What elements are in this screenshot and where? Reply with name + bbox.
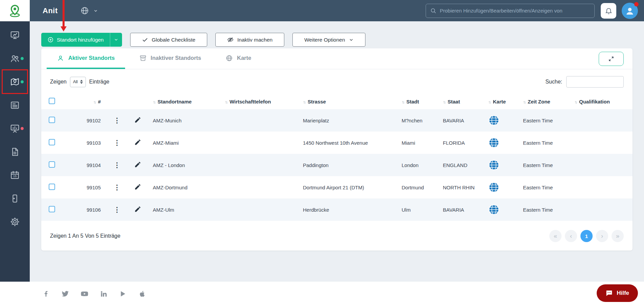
expand-button[interactable] (599, 52, 624, 66)
performance-status-dot (21, 127, 24, 130)
row-menu-button[interactable]: ⋮ (112, 138, 122, 147)
edit-icon[interactable] (134, 183, 141, 190)
linkedin-icon[interactable] (100, 290, 108, 298)
language-selector[interactable] (80, 6, 98, 15)
dashboard-icon (10, 30, 20, 40)
edit-icon[interactable] (134, 161, 141, 168)
sort-icon[interactable]: ↑↓ (153, 100, 155, 104)
global-search[interactable] (426, 4, 595, 18)
sort-icon[interactable]: ↑↓ (488, 100, 490, 104)
cell-city: Dortmund (399, 176, 440, 198)
global-search-input[interactable] (440, 8, 590, 14)
app-logo[interactable] (0, 0, 30, 21)
brand-title: Anit (43, 6, 58, 15)
youtube-icon[interactable] (80, 290, 89, 298)
sidebar-item-dashboard[interactable] (0, 23, 30, 47)
row-checkbox[interactable] (49, 139, 55, 145)
add-location-dropdown-button[interactable] (110, 33, 122, 47)
toolbar: Standort hinzufügen Globale Checkliste I… (41, 33, 633, 47)
sort-icon[interactable]: ↑↓ (93, 100, 95, 104)
row-checkbox[interactable] (49, 184, 55, 190)
sidebar-item-settings[interactable] (0, 210, 30, 233)
header-timezone[interactable]: Zeit Zone (528, 99, 550, 104)
global-checklist-button[interactable]: Globale Checkliste (130, 33, 207, 47)
entries-info: Zeigen 1 An 5 Von 5 Einträge (50, 233, 120, 239)
google-play-icon[interactable] (119, 290, 127, 298)
cell-id: 99103 (70, 132, 109, 154)
notifications-button[interactable] (601, 3, 616, 19)
twitter-icon[interactable] (61, 290, 69, 298)
search-label: Suche: (545, 79, 562, 85)
sidebar-item-users[interactable] (0, 47, 30, 70)
row-checkbox[interactable] (49, 161, 55, 168)
sort-icon[interactable]: ↑↓ (303, 100, 305, 104)
add-location-button[interactable]: Standort hinzufügen (41, 33, 122, 47)
header-name[interactable]: Standortname (158, 99, 192, 104)
tab-inactive-locations[interactable]: Inaktiver Standorts (129, 48, 211, 69)
table-controls: Zeigen All Einträge Suche: (41, 69, 633, 92)
header-state[interactable]: Staat (448, 99, 460, 104)
map-globe-icon[interactable] (488, 137, 500, 148)
page-size-select[interactable]: All (70, 77, 86, 87)
row-menu-button[interactable]: ⋮ (112, 205, 122, 214)
map-globe-icon[interactable] (488, 115, 500, 126)
sort-icon[interactable]: ↑↓ (443, 100, 445, 104)
header-street[interactable]: Strasse (308, 99, 326, 104)
locations-table: ↑↓# ↑↓Standortname ↑↓Wirtschafttelefon ↑… (41, 92, 633, 221)
help-button[interactable]: Hilfe (597, 284, 638, 302)
make-inactive-button[interactable]: Inaktiv machen (215, 33, 284, 47)
header-qualification[interactable]: Qualifikation (579, 99, 610, 104)
edit-icon[interactable] (134, 206, 141, 213)
pagination-first-button[interactable]: « (549, 230, 562, 242)
tab-map[interactable]: Karte (215, 48, 261, 69)
table-search-input[interactable] (566, 76, 624, 88)
header-phone[interactable]: Wirtschafttelefon (230, 99, 271, 104)
sort-icon[interactable]: ↑↓ (225, 100, 227, 104)
map-globe-icon[interactable] (488, 159, 500, 171)
pagination-page-1[interactable]: 1 (580, 230, 593, 242)
cell-state: ENGLAND (440, 154, 485, 176)
table-row: 99102 ⋮ AMZ-Munich Marienplatz M?nchen B… (41, 109, 633, 132)
edit-icon[interactable] (134, 116, 141, 123)
user-avatar[interactable] (622, 3, 638, 19)
tab-active-locations[interactable]: Aktiver Standorts (47, 48, 125, 69)
sidebar-item-news[interactable] (0, 93, 30, 117)
row-checkbox[interactable] (49, 117, 55, 123)
row-menu-button[interactable]: ⋮ (112, 160, 122, 170)
map-globe-icon[interactable] (488, 204, 500, 215)
header-map[interactable]: Karte (493, 99, 506, 104)
facebook-icon[interactable] (42, 290, 50, 298)
pagination-next-button[interactable]: › (596, 230, 608, 242)
more-options-button[interactable]: Weitere Optionen (292, 33, 365, 47)
locations-panel: Aktiver Standorts Inaktiver Standorts Ka… (41, 48, 633, 251)
sidebar-item-documents[interactable] (0, 140, 30, 163)
map-globe-icon[interactable] (488, 182, 500, 193)
cell-id: 99105 (70, 176, 109, 198)
cell-state: FLORIDA (440, 132, 485, 154)
cell-id: 99104 (70, 154, 109, 176)
row-menu-button[interactable]: ⋮ (112, 183, 122, 192)
sidebar-item-calendar[interactable]: 15 (0, 163, 30, 187)
pagination-prev-button[interactable]: ‹ (565, 230, 577, 242)
sidebar-item-performance[interactable] (0, 117, 30, 140)
calendar-day-number: 15 (13, 174, 17, 178)
chevron-down-icon (114, 38, 118, 42)
cell-city: M?nchen (399, 109, 440, 132)
cell-street: Dortmund Airport 21 (DTM) (300, 176, 399, 198)
cell-id: 99106 (70, 198, 109, 221)
table-row: 99103 ⋮ AMZ-Miami 1450 Northwest 10th Av… (41, 132, 633, 154)
cell-name: AMZ-Miami (150, 132, 222, 154)
pagination-last-button[interactable]: » (612, 230, 624, 242)
apple-icon[interactable] (138, 290, 146, 298)
sidebar-item-device[interactable] (0, 187, 30, 210)
sort-icon[interactable]: ↑↓ (523, 100, 525, 104)
news-list-icon (10, 100, 20, 110)
sort-icon[interactable]: ↑↓ (574, 100, 576, 104)
edit-icon[interactable] (134, 139, 141, 146)
header-city[interactable]: Stadt (406, 99, 419, 104)
header-id[interactable]: # (98, 99, 101, 104)
sort-icon[interactable]: ↑↓ (402, 100, 404, 104)
select-all-checkbox[interactable] (49, 98, 55, 104)
row-checkbox[interactable] (49, 206, 55, 212)
row-menu-button[interactable]: ⋮ (112, 116, 122, 125)
